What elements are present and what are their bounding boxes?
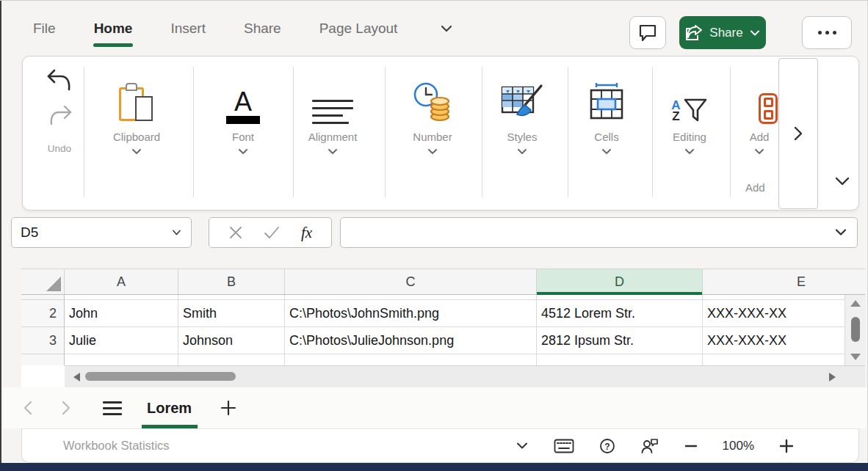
menu-tab-share[interactable]: Share [244,21,281,37]
cell-c3[interactable]: C:\Photos\JulieJohnson.png [285,327,537,354]
help-icon[interactable]: ? [599,438,615,454]
more-options-button[interactable] [802,16,852,49]
cell[interactable] [65,354,178,365]
select-all-button[interactable] [21,269,65,294]
ribbon-group-number[interactable]: Number [396,67,469,158]
cell[interactable] [537,354,703,365]
svg-text:?: ? [604,441,610,451]
cell-reference: D5 [21,224,38,241]
cell[interactable] [285,354,537,365]
menu-tab-page-layout[interactable]: Page Layout [319,21,398,37]
add-sheet-button[interactable] [220,399,237,417]
clipboard-icon [100,67,173,124]
ribbon-group-clipboard[interactable]: Clipboard [100,67,173,158]
column-header-b[interactable]: B [178,269,285,294]
scroll-left-arrow[interactable] [73,373,80,381]
share-icon [684,24,704,42]
ribbon-group-alignment[interactable]: Alignment [296,67,369,158]
sheet-list-menu-button[interactable] [103,398,122,419]
ribbon-group-styles[interactable]: Styles [485,67,559,158]
vertical-scrollbar[interactable] [845,295,865,365]
horizontal-scrollbar[interactable] [65,365,865,387]
enter-check-icon[interactable] [263,225,281,240]
redo-button[interactable] [36,105,83,127]
row-header[interactable] [21,354,65,365]
formula-controls: fx [209,217,332,248]
group-label: Styles [485,131,559,143]
menu-tab-home[interactable]: Home [94,21,133,37]
cell[interactable] [703,295,865,300]
cell-d3[interactable]: 2812 Ipsum Str. [537,327,703,354]
row-header-3[interactable]: 3 [21,327,65,354]
cell[interactable] [178,295,285,300]
chevron-right-icon [792,125,805,142]
cell-c2[interactable]: C:\Photos\JohnSmith.png [285,300,537,327]
cell-e3[interactable]: XXX-XXX-XX [703,327,865,354]
share-chevron-icon [749,27,761,39]
cell-b2[interactable]: Smith [178,300,285,327]
horizontal-scrollbar-thumb[interactable] [85,372,236,381]
row-header-2[interactable]: 2 [21,300,65,327]
ribbon-separator [84,67,84,197]
cell[interactable] [65,295,178,300]
scroll-down-arrow[interactable] [850,354,861,360]
insert-function-button[interactable]: fx [301,224,312,242]
column-header-d-selected[interactable]: D [537,269,703,294]
ribbon: Undo Clipboard A Font [22,56,859,211]
cell[interactable] [537,295,703,300]
zoom-level[interactable]: 100% [723,439,754,453]
keyboard-icon[interactable] [554,439,574,453]
menu-tab-insert[interactable]: Insert [170,21,206,37]
name-box-chevron-icon[interactable] [171,228,182,237]
cell-d2[interactable]: 4512 Lorem Str. [537,300,703,327]
number-format-icon [396,67,469,124]
expand-formula-bar-icon[interactable] [833,227,848,238]
workbook-statistics-button[interactable]: Workbook Statistics [63,439,170,453]
sort-filter-icon: AZ [653,67,726,124]
next-sheet-button[interactable] [60,400,72,416]
feedback-person-icon[interactable] [640,437,659,455]
undo-button[interactable] [36,68,83,93]
column-header-e[interactable]: E [703,269,865,294]
scroll-up-arrow[interactable] [850,300,861,307]
sheet-tab-lorem[interactable]: Lorem [144,400,195,417]
cell-a2[interactable]: John [65,300,178,327]
column-header-c[interactable]: C [285,269,537,294]
ribbon-group-font[interactable]: A Font [206,67,280,158]
ribbon-group-editing[interactable]: AZ Editing [653,67,726,158]
vertical-scrollbar-thumb[interactable] [851,317,860,342]
group-label: Number [396,131,469,143]
cell-a3[interactable]: Julie [65,327,178,354]
cell[interactable] [703,354,865,365]
row-1-partial [21,295,865,300]
menu-overflow-chevron-icon[interactable] [438,21,455,37]
collapse-ribbon-button[interactable] [832,174,853,190]
chevron-down-icon [100,148,173,158]
share-button-label: Share [709,26,742,40]
cell[interactable] [178,354,285,365]
ribbon-scroll-right-button[interactable] [778,58,818,209]
add-ins-bottom-label: Add [745,181,775,194]
cell-e2[interactable]: XXX-XXX-XX [703,300,865,327]
ribbon-separator [193,67,194,197]
zoom-out-button[interactable] [684,444,698,448]
ribbon-group-cells[interactable]: Cells [570,67,643,158]
status-chevron-icon[interactable] [516,441,529,451]
cell-b3[interactable]: Johnson [178,327,285,354]
undo-group-label: Undo [36,143,83,154]
scroll-right-arrow[interactable] [829,373,836,381]
cell[interactable] [285,295,537,300]
ribbon-separator [568,67,568,197]
share-button[interactable]: Share [679,16,766,49]
column-header-a[interactable]: A [65,269,178,294]
menu-tab-file[interactable]: File [33,21,56,37]
chevron-down-icon [206,148,280,158]
cancel-icon[interactable] [228,225,243,240]
formula-bar-input[interactable] [340,217,858,248]
comments-button[interactable] [629,16,666,49]
ribbon-group-add-ins[interactable]: Add [741,67,778,158]
zoom-in-button[interactable] [779,439,794,453]
previous-sheet-button[interactable] [22,400,34,416]
row-header[interactable] [21,295,65,300]
name-box[interactable]: D5 [11,217,192,248]
